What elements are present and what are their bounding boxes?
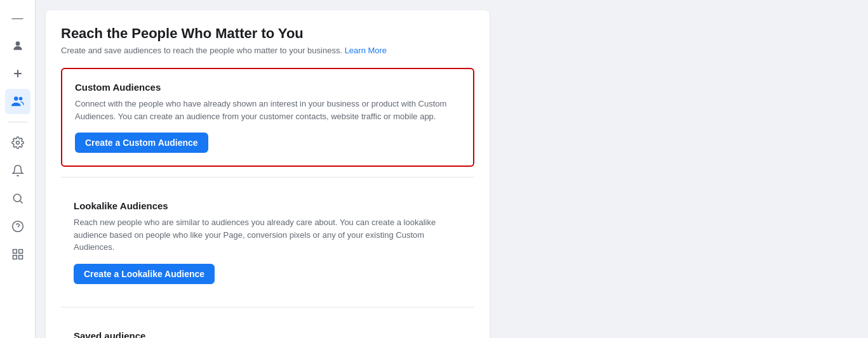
svg-point-8 [12, 221, 23, 232]
content-card: Reach the People Who Matter to You Creat… [46, 10, 490, 338]
minus-icon: — [12, 11, 23, 25]
main-content: Reach the People Who Matter to You Creat… [36, 0, 500, 338]
right-panel [500, 0, 868, 338]
sidebar-icon-bell[interactable] [5, 158, 30, 183]
search-icon [11, 192, 24, 205]
svg-point-6 [13, 194, 21, 202]
svg-point-0 [15, 41, 20, 46]
avatar-icon [11, 39, 24, 52]
sidebar-icon-gear[interactable] [5, 130, 30, 155]
plus-icon [11, 67, 24, 80]
people-icon [11, 94, 25, 108]
custom-audiences-title: Custom Audiences [75, 82, 460, 93]
sidebar-icon-avatar[interactable] [5, 33, 30, 58]
create-lookalike-audience-button[interactable]: Create a Lookalike Audience [74, 264, 215, 284]
grid-icon [11, 248, 24, 261]
sidebar: — [0, 0, 36, 338]
divider-1 [61, 177, 474, 178]
sidebar-icon-minus[interactable]: — [5, 5, 30, 30]
sidebar-icon-people[interactable] [5, 89, 30, 114]
bell-icon [11, 164, 24, 177]
sidebar-icon-search[interactable] [5, 186, 30, 211]
lookalike-audiences-section: Lookalike Audiences Reach new people who… [61, 188, 474, 297]
page-subtitle: Create and save audiences to reach the p… [61, 46, 474, 55]
svg-rect-12 [18, 256, 22, 259]
create-custom-audience-button[interactable]: Create a Custom Audience [75, 133, 208, 153]
page-title: Reach the People Who Matter to You [61, 25, 474, 42]
sidebar-icon-grid[interactable] [5, 242, 30, 267]
svg-point-5 [16, 141, 19, 145]
divider-2 [61, 307, 474, 308]
svg-point-3 [14, 96, 18, 100]
page-subtitle-text: Create and save audiences to reach the p… [61, 46, 342, 55]
saved-audience-section: Saved audience Save your commonly used t… [61, 318, 474, 339]
sidebar-icon-plus[interactable] [5, 61, 30, 86]
custom-audiences-section: Custom Audiences Connect with the people… [61, 68, 474, 167]
sidebar-divider-top [8, 122, 28, 122]
svg-rect-11 [18, 250, 22, 254]
sidebar-icon-help[interactable] [5, 214, 30, 239]
svg-rect-10 [13, 250, 17, 254]
custom-audiences-description: Connect with the people who have already… [75, 98, 460, 122]
svg-line-7 [20, 201, 22, 204]
lookalike-audiences-description: Reach new people who are similar to audi… [74, 216, 462, 254]
saved-audience-title: Saved audience [74, 330, 462, 339]
lookalike-audiences-title: Lookalike Audiences [74, 200, 462, 211]
help-icon [11, 220, 24, 233]
learn-more-link[interactable]: Learn More [345, 46, 387, 55]
svg-rect-13 [13, 256, 17, 259]
gear-icon [11, 136, 24, 149]
svg-point-4 [18, 97, 22, 101]
